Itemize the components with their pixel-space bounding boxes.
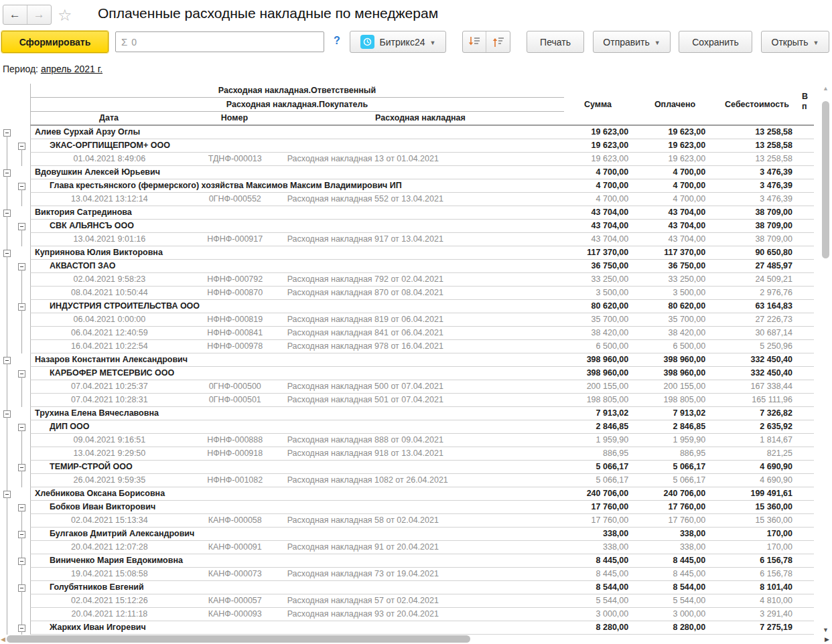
manager-name-cell[interactable]: Куприянова Юлия Викторовна [31,246,559,259]
sum-cell[interactable]: 7 913,02 [559,407,636,420]
invoice-row[interactable]: 13.04.2021 9:01:16НФНФ-000917Расходная н… [0,233,814,246]
invoice-row[interactable]: 09.04.2021 9:16:51НФНФ-000888Расходная н… [0,434,814,447]
customer-name-cell[interactable]: Глава крестьянского (фермерского) хозяйс… [31,179,559,192]
invoice-row[interactable]: 02.04.2021 15:13:34КАНФ-000058Расходная … [0,514,814,528]
manager-row[interactable]: Трухина Елена Вячеславовна7 913,027 913,… [0,407,814,420]
invoice-name-cell[interactable]: Расходная накладная 552 от 13.04.2021 [282,193,560,206]
invoice-number-cell[interactable]: НФНФ-000819 [188,313,282,326]
sum-cell[interactable]: 4 700,00 [559,179,636,192]
cost-cell[interactable]: 332 450,40 [713,353,801,366]
sum-cell[interactable]: 43 704,00 [559,233,636,246]
cost-cell[interactable]: 332 450,40 [713,367,801,380]
cost-cell[interactable]: 15 360,00 [713,514,801,527]
sum-cell[interactable]: 6 500,00 [559,340,636,353]
sum-cell[interactable]: 8 445,00 [559,554,636,567]
cost-cell[interactable]: 5 250,96 [713,340,801,353]
sum-cell[interactable]: 3 000,00 [559,608,636,621]
invoice-date-cell[interactable]: 06.04.2021 0:00:00 [31,313,188,326]
invoice-date-cell[interactable]: 13.04.2021 13:12:14 [31,193,188,206]
invoice-name-cell[interactable]: Расходная накладная 501 от 07.04.2021 [282,394,560,406]
paid-cell[interactable]: 8 544,00 [636,581,713,594]
open-button[interactable]: Открыть ▼ [761,31,829,53]
invoice-row[interactable]: 02.04.2021 15:12:26КАНФ-000057Расходная … [0,594,814,608]
invoice-date-cell[interactable]: 09.04.2021 9:16:51 [31,434,188,447]
cost-cell[interactable]: 27 226,73 [713,313,801,326]
invoice-number-cell[interactable]: НФНФ-001082 [188,474,282,487]
manager-row[interactable]: Вдовушкин Алексей Юрьевич4 700,004 700,0… [0,166,814,179]
paid-cell[interactable]: 398 960,00 [636,353,713,366]
paid-cell[interactable]: 338,00 [636,541,713,554]
invoice-row[interactable]: 20.04.2021 12:07:28КАНФ-000091Расходная … [0,541,814,554]
sum-cell[interactable]: 43 704,00 [559,206,636,219]
customer-row[interactable]: Виниченко Мария Евдокимовна8 445,008 445… [0,554,814,568]
invoice-name-cell[interactable]: Расходная накладная 918 от 13.04.2021 [282,447,560,460]
invoice-name-cell[interactable]: Расходная накладная 13 от 01.04.2021 [282,153,560,165]
sum-cell[interactable]: 19 623,00 [559,153,636,165]
scroll-right-icon[interactable]: ▶ [825,636,829,643]
invoice-name-cell[interactable]: Расходная накладная 917 от 13.04.2021 [282,233,560,246]
invoice-number-cell[interactable]: НФНФ-000917 [188,233,282,246]
paid-cell[interactable]: 1 959,90 [636,434,713,447]
manager-name-cell[interactable]: Вдовушкин Алексей Юрьевич [31,166,559,179]
invoice-number-cell[interactable]: НФНФ-000918 [188,447,282,460]
paid-cell[interactable]: 4 700,00 [636,179,713,192]
cost-cell[interactable]: 1 814,67 [713,434,801,447]
cost-cell[interactable]: 8 101,40 [713,581,801,594]
paid-cell[interactable]: 5 066,17 [636,461,713,473]
paid-cell[interactable]: 17 760,00 [636,501,713,513]
paid-cell[interactable]: 3 000,00 [636,608,713,621]
paid-cell[interactable]: 38 420,00 [636,327,713,339]
invoice-date-cell[interactable]: 01.04.2021 8:49:06 [31,153,188,165]
manager-row[interactable]: Куприянова Юлия Викторовна117 370,00117 … [0,246,814,260]
cost-cell[interactable]: 27 485,97 [713,260,801,272]
invoice-name-cell[interactable]: Расходная накладная 841 от 06.04.2021 [282,327,560,339]
sum-cell[interactable]: 17 760,00 [559,501,636,513]
invoice-number-cell[interactable]: 0ГНФ-000500 [188,380,282,393]
invoice-name-cell[interactable]: Расходная накладная 57 от 02.04.2021 [282,594,560,607]
sum-cell[interactable]: 80 620,00 [559,300,636,313]
invoice-number-cell[interactable]: КАНФ-000093 [188,608,282,621]
scroll-down-icon[interactable]: ▼ [820,627,831,633]
cost-cell[interactable]: 4 690,90 [713,461,801,473]
sum-cell[interactable]: 19 623,00 [559,126,636,139]
sum-cell[interactable]: 398 960,00 [559,353,636,366]
paid-cell[interactable]: 117 370,00 [636,246,713,259]
customer-name-cell[interactable]: Виниченко Мария Евдокимовна [31,554,559,567]
invoice-number-cell[interactable]: КАНФ-000058 [188,514,282,527]
sum-cell[interactable]: 1 959,90 [559,434,636,447]
invoice-name-cell[interactable]: Расходная накладная 978 от 16.04.2021 [282,340,560,353]
cost-cell[interactable]: 4 810,00 [713,594,801,607]
invoice-number-cell[interactable]: КАНФ-000073 [188,568,282,580]
invoice-name-cell[interactable]: Расходная накладная 58 от 02.04.2021 [282,514,560,527]
invoice-number-cell[interactable]: НФНФ-000792 [188,273,282,286]
paid-cell[interactable]: 338,00 [636,528,713,540]
cost-cell[interactable]: 38 709,00 [713,206,801,219]
invoice-row[interactable]: 02.04.2021 9:58:23НФНФ-000792Расходная н… [0,273,814,287]
cost-cell[interactable]: 3 476,39 [713,179,801,192]
manager-name-cell[interactable]: Виктория Сатрединова [31,206,559,219]
cost-cell[interactable]: 2 976,76 [713,287,801,299]
paid-cell[interactable]: 7 913,02 [636,407,713,420]
invoice-number-cell[interactable]: НФНФ-000841 [188,327,282,339]
cost-cell[interactable]: 38 709,00 [713,233,801,246]
cost-cell[interactable]: 167 338,44 [713,380,801,393]
paid-cell[interactable]: 19 623,00 [636,139,713,152]
sum-cell[interactable]: 4 700,00 [559,166,636,179]
cost-cell[interactable]: 170,00 [713,528,801,540]
sum-cell[interactable]: 5 544,00 [559,594,636,607]
invoice-date-cell[interactable]: 02.04.2021 9:58:23 [31,273,188,286]
sum-cell[interactable]: 19 623,00 [559,139,636,152]
customer-name-cell[interactable]: КАРБОФЕР МЕТСЕРВИС ООО [31,367,559,380]
customer-row[interactable]: КАРБОФЕР МЕТСЕРВИС ООО398 960,00398 960,… [0,367,814,380]
sum-cell[interactable]: 43 704,00 [559,220,636,232]
invoice-date-cell[interactable]: 26.04.2021 9:59:35 [31,474,188,487]
sum-cell[interactable]: 338,00 [559,541,636,554]
customer-row[interactable]: ЭКАС-ОРГПИЩЕПРОМ+ ООО19 623,0019 623,001… [0,139,814,153]
sum-cell[interactable]: 8 445,00 [559,568,636,580]
manager-row[interactable]: Назаров Константин Александрович398 960,… [0,353,814,367]
invoice-number-cell[interactable]: НФНФ-000888 [188,434,282,447]
cost-cell[interactable]: 24 509,21 [713,273,801,286]
sum-cell[interactable]: 8 544,00 [559,581,636,594]
cost-cell[interactable]: 7 275,19 [713,621,801,634]
manager-row[interactable]: Хлебникова Оксана Борисовна240 706,00240… [0,487,814,501]
